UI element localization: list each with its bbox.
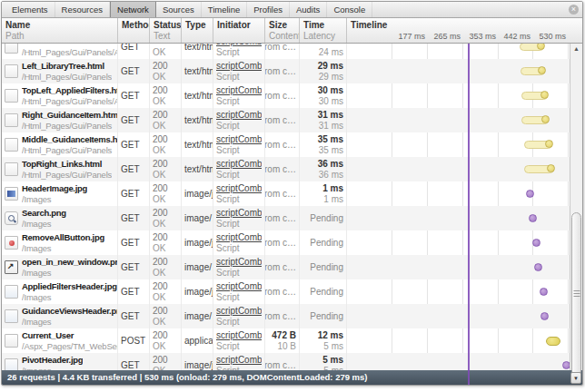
document-icon (5, 64, 18, 78)
tab-profiles[interactable]: Profiles (247, 2, 290, 17)
initiator-link[interactable]: scriptCombine… (216, 355, 262, 366)
request-path: /Html_Pages/Gui/Panels (22, 121, 117, 132)
timeline-dot (540, 288, 548, 296)
initiator-link[interactable]: scriptCombine… (216, 110, 262, 121)
tab-timeline[interactable]: Timeline (202, 2, 248, 17)
scroll-down-icon[interactable]: ▼ (570, 372, 581, 384)
tab-elements[interactable]: Elements (5, 2, 55, 17)
devtools-network-panel: ElementsResourcesNetworkSourcesTimelineP… (1, 1, 583, 386)
status-cell: 200OK (150, 230, 182, 255)
table-row[interactable]: Current_User/Aspx_Pages/TM_WebServicePOS… (2, 328, 570, 353)
table-row[interactable]: Search.png/ImagesGET200OKimage/…scriptCo… (2, 206, 570, 230)
timeline-tick-label: 530 ms (515, 31, 566, 42)
table-row[interactable]: Middle_GuidanceItems.html/Html_Pages/Gui… (2, 132, 570, 157)
request-name: Middle_GuidanceItems.html (22, 133, 117, 145)
table-row[interactable]: open_in_new_window.png/ImagesGET200OKima… (2, 255, 570, 279)
initiator-link[interactable]: scriptCombine… (216, 330, 262, 341)
table-row[interactable]: TopRight_Links.html/Html_Pages/Gui/Panel… (2, 157, 570, 181)
method-cell: GET (118, 304, 150, 328)
column-header-timeline[interactable]: Timeline177 ms265 ms353 ms442 ms530 ms (347, 18, 582, 43)
method-cell: GET (118, 59, 150, 83)
initiator-link[interactable]: scriptCombine… (216, 183, 262, 194)
size-cell: (from c… (265, 157, 300, 181)
vertical-scrollbar[interactable]: ▲ (570, 44, 582, 370)
tab-network[interactable]: Network (110, 2, 156, 17)
column-header-initiator[interactable]: Initiator (213, 18, 265, 43)
initiator-link[interactable]: scriptCombine… (216, 61, 262, 72)
request-path: /Html_Pages/Gui/Panels/App (22, 47, 117, 58)
method-cell: GET (118, 44, 150, 59)
column-header-status[interactable]: StatusText (150, 18, 182, 43)
request-path: /Html_Pages/Gui/Panels (22, 170, 112, 181)
request-name: Left_LibraryTree.html (22, 60, 112, 72)
table-row[interactable]: AppliedFiltersHeader.jpg/ImagesGET200OKi… (2, 279, 570, 304)
initiator-cell: scriptCombine…Script (213, 353, 265, 370)
table-row[interactable]: TopLeft_AppliedFilters.html/Html_Pages/G… (2, 83, 570, 108)
table-row[interactable]: Left_LibraryTree.html/Html_Pages/Gui/Pan… (2, 59, 570, 83)
initiator-link[interactable]: scriptCombine… (216, 85, 262, 96)
document-icon (5, 89, 18, 103)
initiator-link[interactable]: scriptCombine… (216, 306, 262, 317)
new-window-preview-icon (5, 260, 18, 274)
type-cell: text/html (182, 44, 213, 59)
close-icon[interactable]: × (569, 5, 579, 15)
document-icon (5, 44, 18, 54)
tab-resources[interactable]: Resources (55, 2, 110, 17)
table-row[interactable]: Right_GuidanceItem.html/Html_Pages/Gui/P… (2, 108, 570, 132)
type-cell: text/html (182, 59, 213, 83)
time-cell: 29 ms29 ms (300, 59, 347, 83)
initiator-link[interactable]: scriptCombine… (216, 134, 262, 145)
method-cell: GET (118, 83, 150, 108)
request-name: GuidanceViewsHeader.png (22, 305, 117, 317)
name-cell: RemoveAllButton.jpg/Images (2, 230, 118, 255)
table-row[interactable]: PivotHeader.jpg/ImagesGET200OKimage/j…sc… (2, 353, 570, 370)
method-cell: GET (118, 353, 150, 370)
size-cell: (from c… (265, 230, 300, 255)
request-name: HeaderImage.jpg (22, 182, 87, 194)
timeline-dot (540, 312, 549, 320)
timeline-dot (562, 361, 570, 369)
table-row[interactable]: GuidanceViewsHeader.png/ImagesGET200OKim… (2, 304, 570, 328)
time-cell: 24 ms (300, 44, 347, 59)
initiator-link[interactable]: scriptCombine… (216, 281, 262, 292)
request-path: /Images (22, 268, 117, 279)
tab-sources[interactable]: Sources (156, 2, 202, 17)
tab-audits[interactable]: Audits (290, 2, 327, 17)
status-cell: 200OK (150, 108, 182, 132)
status-cell: 200OK (150, 279, 182, 304)
column-header-time[interactable]: TimeLatency (300, 18, 347, 43)
timeline-bar-cap (538, 66, 546, 74)
column-header-size[interactable]: SizeContent (265, 18, 300, 43)
scrollbar-grip-icon (573, 290, 580, 298)
initiator-link[interactable]: scriptCombine… (216, 208, 262, 219)
name-cell: TopLeft_AppliedFilters.html/Html_Pages/G… (2, 83, 118, 108)
name-cell: Middle_GuidanceItems.html/Html_Pages/Gui… (2, 132, 118, 157)
name-cell: PivotHeader.jpg/Images (2, 353, 118, 370)
document-icon (5, 138, 18, 152)
time-cell: 31 ms31 ms (300, 108, 347, 132)
name-cell: AppliedFiltersHeader.jpg/Images (2, 279, 118, 304)
timeline-bar (521, 116, 549, 124)
type-cell: text/html (182, 132, 213, 157)
table-row[interactable]: RemoveAllButton.jpg/ImagesGET200OKimage/… (2, 230, 570, 255)
column-header-type[interactable]: Type (182, 18, 213, 43)
scrollbar-thumb[interactable] (571, 212, 581, 376)
status-cell: 200OK (150, 353, 182, 370)
table-row[interactable]: HeaderImage.jpg/ImagesGET200OKimage/j…sc… (2, 181, 570, 206)
tab-console[interactable]: Console (327, 2, 372, 17)
initiator-link[interactable]: scriptCombine… (216, 257, 262, 268)
time-cell: Pending (300, 304, 347, 328)
timeline-cell (347, 353, 570, 370)
magnifier-preview-icon (5, 211, 18, 225)
column-header-name[interactable]: NamePath (2, 18, 118, 43)
remove-button-preview-icon (5, 236, 18, 250)
time-cell: 35 ms35 ms (300, 132, 347, 157)
column-header-method[interactable]: Method (118, 18, 150, 43)
method-cell: GET (118, 255, 150, 279)
table-row[interactable]: /Html_Pages/Gui/Panels/AppGETOKtext/html… (2, 44, 570, 59)
request-path: /Html_Pages/Gui/Panels (22, 72, 112, 83)
initiator-link[interactable]: scriptCombine… (216, 232, 262, 243)
initiator-link[interactable]: scriptCombine… (216, 159, 262, 170)
scroll-up-icon[interactable]: ▲ (570, 45, 582, 52)
initiator-cell: scriptCombine…Script (213, 59, 265, 83)
